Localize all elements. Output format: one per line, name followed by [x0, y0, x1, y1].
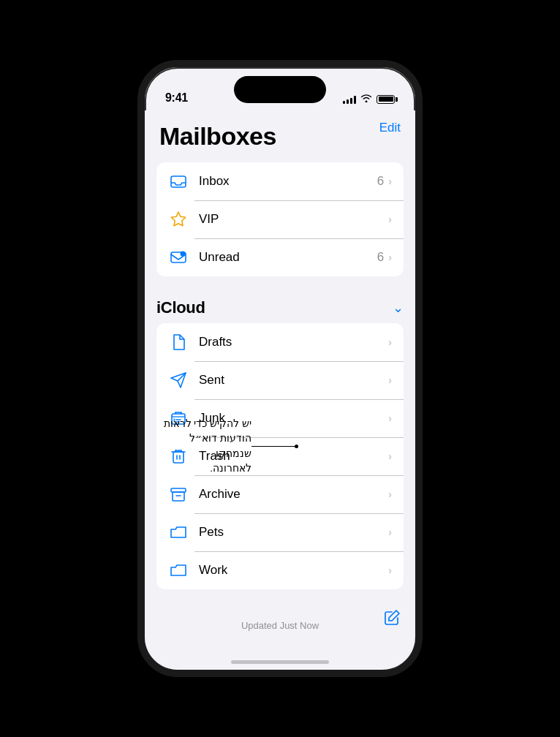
unread-chevron: › [388, 252, 392, 263]
svg-point-2 [181, 252, 186, 257]
battery-fill [379, 97, 393, 102]
archive-item[interactable]: Archive › [156, 475, 404, 513]
sent-icon [168, 370, 189, 390]
unread-item[interactable]: Unread 6 › [156, 238, 404, 276]
pets-item[interactable]: Pets › [156, 513, 404, 551]
work-folder-icon [168, 560, 189, 581]
icloud-collapse-icon: ⌄ [393, 300, 404, 316]
unread-label: Unread [199, 250, 377, 265]
junk-icon [168, 408, 189, 428]
footer: Updated Just Now [145, 605, 415, 638]
work-chevron: › [388, 564, 392, 576]
signal-bar-3 [350, 98, 352, 104]
drafts-item[interactable]: Drafts › [156, 323, 404, 361]
sent-chevron: › [388, 374, 392, 386]
pets-label: Pets [199, 525, 384, 540]
phone-frame: 9:41 Edit Mailboxes [137, 60, 423, 677]
icloud-card: Drafts › Sent › [156, 323, 404, 589]
home-indicator [231, 660, 329, 664]
status-icons [343, 94, 395, 105]
unread-icon [168, 247, 189, 268]
svg-rect-6 [173, 492, 184, 501]
junk-item[interactable]: Junk › [156, 399, 404, 437]
edit-button[interactable]: Edit [379, 121, 401, 135]
inbox-chevron: › [388, 175, 392, 187]
drafts-label: Drafts [199, 335, 384, 349]
smart-mailboxes-section: Inbox 6 › VIP › [145, 162, 415, 276]
signal-bar-2 [347, 99, 349, 104]
inbox-label: Inbox [199, 174, 377, 189]
vip-label: VIP [199, 212, 384, 227]
archive-chevron: › [388, 488, 392, 500]
trash-item[interactable]: Trash › [156, 437, 404, 475]
page-title: Mailboxes [145, 110, 415, 162]
archive-icon [168, 484, 189, 504]
junk-label: Junk [199, 411, 384, 426]
svg-rect-4 [173, 452, 183, 463]
signal-bar-1 [343, 101, 345, 104]
battery-icon [377, 95, 395, 104]
signal-bars-icon [343, 95, 356, 104]
inbox-icon [168, 171, 189, 192]
smart-mailboxes-card: Inbox 6 › VIP › [156, 162, 404, 276]
junk-chevron: › [388, 412, 392, 424]
footer-status: Updated Just Now [241, 620, 319, 631]
work-label: Work [199, 563, 384, 578]
trash-label: Trash [199, 449, 384, 464]
sent-label: Sent [199, 373, 384, 388]
sent-item[interactable]: Sent › [156, 361, 404, 399]
trash-icon [168, 446, 189, 466]
inbox-badge: 6 [377, 174, 384, 189]
archive-label: Archive [199, 487, 384, 502]
trash-chevron: › [388, 450, 392, 462]
pets-chevron: › [388, 526, 392, 538]
main-content: Edit Mailboxes Inbox 6 › [145, 110, 415, 670]
work-item[interactable]: Work › [156, 551, 404, 589]
icloud-section-header[interactable]: iCloud ⌄ [145, 292, 415, 323]
unread-badge: 6 [377, 250, 384, 265]
drafts-icon [168, 332, 189, 352]
pets-folder-icon [168, 522, 189, 543]
compose-button[interactable] [383, 609, 401, 631]
wifi-icon [360, 94, 372, 105]
dynamic-island [234, 76, 326, 103]
vip-chevron: › [388, 213, 392, 225]
vip-icon [168, 209, 189, 230]
icloud-label: iCloud [156, 298, 205, 317]
vip-item[interactable]: VIP › [156, 200, 404, 238]
status-time: 9:41 [165, 91, 188, 105]
drafts-chevron: › [388, 336, 392, 348]
icloud-section: iCloud ⌄ Drafts › [145, 292, 415, 589]
inbox-item[interactable]: Inbox 6 › [156, 162, 404, 200]
signal-bar-4 [354, 96, 356, 104]
